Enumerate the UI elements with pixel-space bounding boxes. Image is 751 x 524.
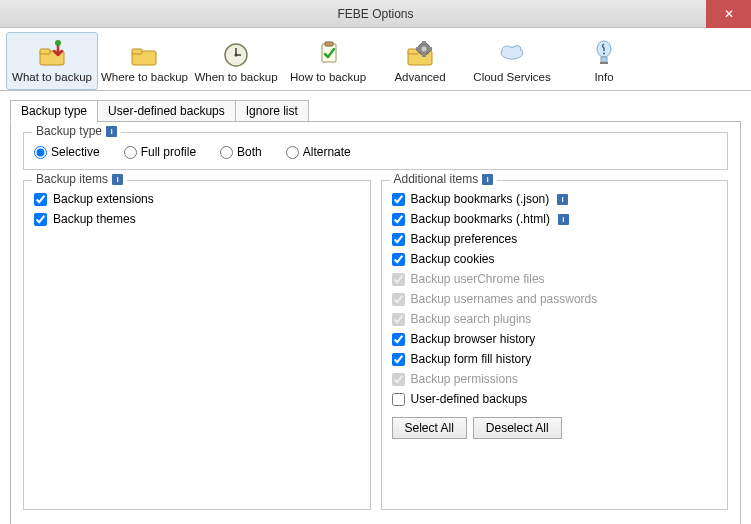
svg-rect-9 — [322, 44, 336, 62]
check-row[interactable]: Backup bookmarks (.json)i — [392, 189, 718, 209]
check-row[interactable]: Backup form fill history — [392, 349, 718, 369]
radio-label: Selective — [51, 145, 100, 159]
backup-type-legend-text: Backup type — [36, 124, 102, 138]
svg-rect-10 — [325, 42, 333, 46]
info-icon[interactable]: i — [106, 126, 117, 137]
info-icon[interactable]: i — [557, 194, 568, 205]
radio-selective[interactable]: Selective — [34, 145, 100, 159]
svg-rect-1 — [40, 49, 50, 54]
advanced-icon — [377, 37, 463, 71]
checkbox-label: Backup form fill history — [411, 352, 532, 366]
toolbar-label: What to backup — [9, 71, 95, 83]
additional-items-legend-text: Additional items — [394, 172, 479, 186]
deselect-all-button[interactable]: Deselect All — [473, 417, 562, 439]
cloud-icon — [469, 37, 555, 71]
radio-both[interactable]: Both — [220, 145, 262, 159]
checkbox-label: Backup themes — [53, 212, 136, 226]
info-icon[interactable]: i — [112, 174, 123, 185]
checkbox[interactable] — [392, 253, 405, 266]
svg-rect-15 — [422, 41, 426, 44]
svg-point-8 — [235, 54, 238, 57]
how-icon — [285, 37, 371, 71]
svg-rect-18 — [429, 47, 432, 51]
check-row: Backup search plugins — [392, 309, 718, 329]
svg-point-14 — [422, 47, 427, 52]
svg-rect-4 — [132, 49, 142, 54]
checkbox — [392, 293, 405, 306]
check-row[interactable]: Backup themes — [34, 209, 360, 229]
toolbar-cloud[interactable]: Cloud Services — [466, 32, 558, 90]
checkbox[interactable] — [392, 213, 405, 226]
toolbar-advanced[interactable]: Advanced — [374, 32, 466, 90]
radio-full-profile[interactable]: Full profile — [124, 145, 196, 159]
svg-point-2 — [55, 40, 61, 46]
checkbox-label: Backup bookmarks (.json) — [411, 192, 550, 206]
toolbar-label: Info — [561, 71, 647, 83]
svg-rect-16 — [422, 54, 426, 57]
radio-input[interactable] — [34, 146, 47, 159]
checkbox-label: User-defined backups — [411, 392, 528, 406]
check-row[interactable]: Backup bookmarks (.html)i — [392, 209, 718, 229]
check-row[interactable]: Backup preferences — [392, 229, 718, 249]
toolbar-label: How to backup — [285, 71, 371, 83]
radio-input[interactable] — [124, 146, 137, 159]
additional-items-group: Additional items i Backup bookmarks (.js… — [381, 180, 729, 510]
toolbar-what[interactable]: What to backup — [6, 32, 98, 90]
info-icon[interactable]: i — [482, 174, 493, 185]
radio-label: Full profile — [141, 145, 196, 159]
sub-tabs: Backup typeUser-defined backupsIgnore li… — [10, 100, 741, 122]
svg-point-26 — [603, 53, 605, 55]
checkbox-label: Backup bookmarks (.html) — [411, 212, 550, 226]
checkbox — [392, 273, 405, 286]
tab-ignore-list[interactable]: Ignore list — [235, 100, 309, 122]
radio-alternate[interactable]: Alternate — [286, 145, 351, 159]
checkbox-label: Backup preferences — [411, 232, 518, 246]
backup-items-group: Backup items i Backup extensionsBackup t… — [23, 180, 371, 510]
checkbox-label: Backup search plugins — [411, 312, 532, 326]
svg-rect-24 — [601, 57, 607, 62]
window-title: FEBE Options — [337, 7, 413, 21]
checkbox[interactable] — [392, 233, 405, 246]
where-icon — [101, 37, 187, 71]
svg-rect-17 — [416, 47, 419, 51]
check-row: Backup permissions — [392, 369, 718, 389]
info-icon[interactable]: i — [558, 214, 569, 225]
checkbox[interactable] — [392, 193, 405, 206]
select-all-button[interactable]: Select All — [392, 417, 467, 439]
additional-items-legend: Additional items i — [390, 172, 498, 186]
main-toolbar: What to backupWhere to backupWhen to bac… — [0, 28, 751, 91]
check-row[interactable]: User-defined backups — [392, 389, 718, 409]
window-close-button[interactable]: ✕ — [706, 0, 751, 28]
checkbox[interactable] — [34, 193, 47, 206]
check-row[interactable]: Backup browser history — [392, 329, 718, 349]
toolbar-when[interactable]: When to backup — [190, 32, 282, 90]
checkbox-label: Backup usernames and passwords — [411, 292, 598, 306]
radio-label: Both — [237, 145, 262, 159]
toolbar-label: Cloud Services — [469, 71, 555, 83]
check-row[interactable]: Backup cookies — [392, 249, 718, 269]
radio-input[interactable] — [286, 146, 299, 159]
info-icon — [561, 37, 647, 71]
checkbox[interactable] — [34, 213, 47, 226]
toolbar-info[interactable]: Info — [558, 32, 650, 90]
checkbox-label: Backup permissions — [411, 372, 518, 386]
toolbar-label: When to backup — [193, 71, 279, 83]
check-row: Backup userChrome files — [392, 269, 718, 289]
checkbox — [392, 313, 405, 326]
tab-backup-type[interactable]: Backup type — [10, 100, 98, 122]
checkbox[interactable] — [392, 353, 405, 366]
close-icon: ✕ — [724, 7, 734, 21]
toolbar-label: Where to backup — [101, 71, 187, 83]
checkbox[interactable] — [392, 393, 405, 406]
tab-user-defined-backups[interactable]: User-defined backups — [97, 100, 236, 122]
checkbox-label: Backup userChrome files — [411, 272, 545, 286]
radio-label: Alternate — [303, 145, 351, 159]
titlebar: FEBE Options ✕ — [0, 0, 751, 28]
toolbar-how[interactable]: How to backup — [282, 32, 374, 90]
checkbox-label: Backup cookies — [411, 252, 495, 266]
check-row[interactable]: Backup extensions — [34, 189, 360, 209]
toolbar-where[interactable]: Where to backup — [98, 32, 190, 90]
checkbox[interactable] — [392, 333, 405, 346]
backup-items-legend-text: Backup items — [36, 172, 108, 186]
radio-input[interactable] — [220, 146, 233, 159]
